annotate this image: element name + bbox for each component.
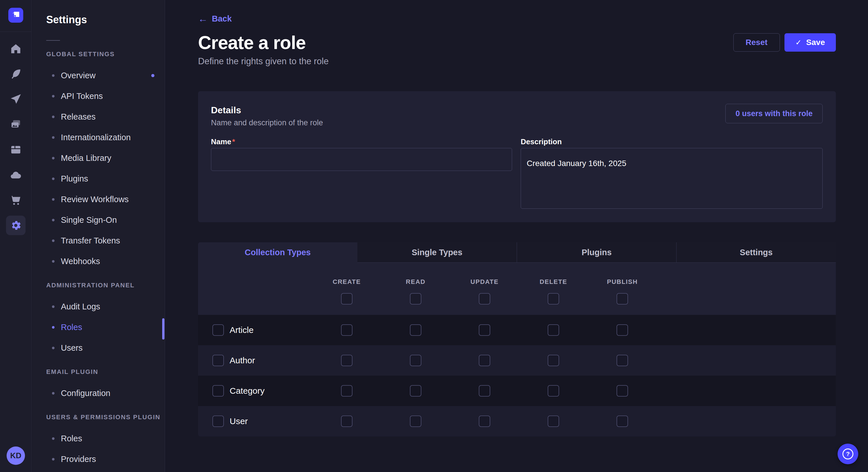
header-actions: Reset ✓ Save [733, 33, 836, 52]
sidebar-item-releases[interactable]: Releases [32, 106, 165, 127]
column-select-checkbox-publish[interactable] [617, 293, 628, 305]
permission-checkbox[interactable] [548, 385, 559, 397]
sidebar-item-api-tokens[interactable]: API Tokens [32, 86, 165, 106]
role-name-input[interactable] [211, 148, 512, 171]
permission-checkbox[interactable] [410, 355, 422, 366]
sidebar-item-users[interactable]: Users [32, 338, 165, 358]
workspace-logo-button[interactable] [0, 0, 31, 32]
bullet-icon [52, 305, 55, 308]
strapi-admin-app: KD Settings GLOBAL SETTINGS Overview API… [0, 0, 868, 472]
settings-nav: GLOBAL SETTINGS Overview API Tokens Rele… [32, 47, 165, 469]
permission-checkbox[interactable] [341, 415, 352, 427]
section-label: USERS & PERMISSIONS PLUGIN [32, 410, 165, 424]
bullet-icon [52, 347, 55, 349]
permission-checkbox[interactable] [617, 415, 628, 427]
sidebar-item-single-sign-on[interactable]: Single Sign-On [32, 210, 165, 230]
sidebar-item-review-workflows[interactable]: Review Workflows [32, 189, 165, 210]
permission-checkbox[interactable] [479, 415, 490, 427]
sidebar-title-divider [46, 40, 60, 41]
sidebar-item-configuration[interactable]: Configuration [32, 383, 165, 403]
notification-dot-icon [151, 74, 154, 77]
description-field-label: Description [521, 137, 823, 146]
cloud-icon[interactable] [6, 165, 26, 185]
bullet-icon [52, 458, 55, 461]
column-header-update: UPDATE [450, 278, 519, 285]
settings-sidebar: Settings GLOBAL SETTINGS Overview API To… [32, 0, 165, 472]
paper-plane-icon[interactable] [6, 90, 26, 109]
help-button[interactable]: ? [838, 444, 858, 464]
permission-checkbox[interactable] [617, 324, 628, 336]
bullet-icon [52, 219, 55, 222]
permission-checkbox[interactable] [617, 385, 628, 397]
required-asterisk: * [232, 137, 235, 146]
row-select-checkbox[interactable] [212, 385, 224, 397]
permission-row-user: User [198, 406, 836, 436]
sidebar-item-overview[interactable]: Overview [32, 65, 165, 86]
column-select-checkbox-read[interactable] [410, 293, 422, 305]
column-header-read: READ [381, 278, 450, 285]
permission-checkbox[interactable] [479, 324, 490, 336]
bullet-icon [52, 177, 55, 180]
permission-checkbox[interactable] [341, 385, 352, 397]
details-subtitle: Name and description of the role [211, 119, 323, 127]
sidebar-item-transfer-tokens[interactable]: Transfer Tokens [32, 230, 165, 251]
bullet-icon [52, 136, 55, 139]
tab-settings[interactable]: Settings [676, 242, 836, 263]
cart-icon[interactable] [6, 191, 26, 210]
sidebar-item-media-library[interactable]: Media Library [32, 148, 165, 168]
settings-gear-icon[interactable] [6, 216, 26, 235]
reset-button[interactable]: Reset [733, 33, 780, 52]
users-with-role-button[interactable]: 0 users with this role [725, 104, 823, 123]
bullet-icon [52, 437, 55, 440]
home-icon[interactable] [6, 39, 26, 59]
permission-checkbox[interactable] [479, 385, 490, 397]
bullet-icon [52, 198, 55, 201]
column-select-checkbox-update[interactable] [479, 293, 490, 305]
main-content: ← Back Create a role Define the rights g… [165, 0, 868, 472]
rail-icon-list [0, 32, 31, 235]
permission-checkbox[interactable] [548, 324, 559, 336]
permission-checkbox[interactable] [410, 385, 422, 397]
permission-checkbox[interactable] [548, 415, 559, 427]
sidebar-item-internationalization[interactable]: Internationalization [32, 127, 165, 148]
layout-icon[interactable] [6, 140, 26, 160]
role-description-textarea[interactable]: Created January 16th, 2025 [521, 148, 823, 209]
permission-checkbox[interactable] [617, 355, 628, 366]
row-select-checkbox[interactable] [212, 355, 224, 366]
sidebar-title: Settings [46, 14, 87, 26]
page-title: Create a role [198, 32, 306, 53]
permission-checkbox[interactable] [548, 355, 559, 366]
sidebar-item-webhooks[interactable]: Webhooks [32, 251, 165, 272]
column-header-publish: PUBLISH [588, 278, 657, 285]
tab-single-types[interactable]: Single Types [358, 242, 517, 263]
permission-row-author: Author [198, 345, 836, 376]
details-title: Details [211, 105, 323, 115]
sidebar-scrollbar-thumb[interactable] [162, 318, 164, 339]
user-avatar[interactable]: KD [7, 446, 25, 465]
nav-section-global-settings: GLOBAL SETTINGS Overview API Tokens Rele… [32, 47, 165, 272]
feather-icon[interactable] [6, 64, 26, 84]
permission-checkbox[interactable] [410, 415, 422, 427]
media-icon[interactable] [6, 115, 26, 134]
sidebar-item-roles-up[interactable]: Roles [32, 428, 165, 449]
column-select-checkbox-delete[interactable] [548, 293, 559, 305]
sidebar-item-plugins[interactable]: Plugins [32, 168, 165, 189]
permission-checkbox[interactable] [341, 355, 352, 366]
back-link[interactable]: ← Back [198, 14, 231, 24]
sidebar-item-providers[interactable]: Providers [32, 449, 165, 469]
nav-section-email-plugin: EMAIL PLUGIN Configuration [32, 365, 165, 403]
save-button[interactable]: ✓ Save [784, 33, 836, 52]
permission-checkbox[interactable] [479, 355, 490, 366]
tab-collection-types[interactable]: Collection Types [198, 242, 358, 263]
name-field-label: Name* [211, 137, 512, 146]
column-select-checkbox-create[interactable] [341, 293, 352, 305]
row-select-checkbox[interactable] [212, 324, 224, 336]
sidebar-item-audit-logs[interactable]: Audit Logs [32, 296, 165, 317]
permission-checkbox[interactable] [410, 324, 422, 336]
sidebar-item-roles-admin[interactable]: Roles [32, 317, 165, 338]
permissions-table-header: CREATE READ UPDATE DELETE PUBLISH [198, 263, 836, 315]
permission-checkbox[interactable] [341, 324, 352, 336]
bullet-icon [52, 95, 55, 98]
tab-plugins[interactable]: Plugins [517, 242, 676, 263]
row-select-checkbox[interactable] [212, 415, 224, 427]
